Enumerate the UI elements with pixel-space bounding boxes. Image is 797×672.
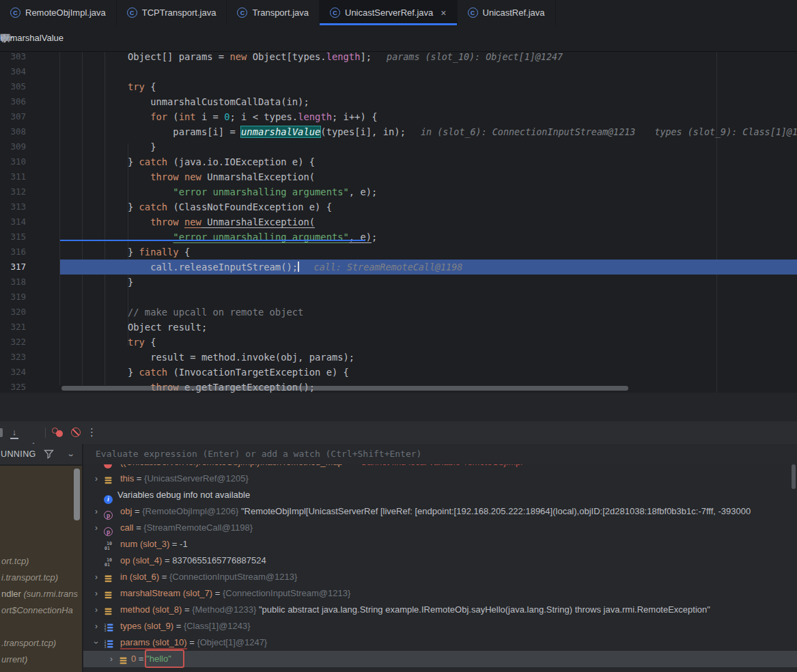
chevron-right-icon[interactable]: › [92,585,101,602]
stack-frame-item[interactable]: .transport.tcp) [1,635,56,652]
code-text: throw new UnmarshalException( [37,169,315,184]
variable-row[interactable]: ›123params (slot_10) = {Object[1]@1247} [83,634,797,651]
tab-unicastref[interactable]: C UnicastRef.java [458,0,556,25]
variable-row[interactable]: 1001op (slot_4) = 8370655165776887524 [83,552,797,569]
code-line-318[interactable]: 318 } [0,275,797,290]
variable-row[interactable]: ›pobj = {RemoteObjImpl@1206} "RemoteObjI… [83,503,797,520]
horizontal-scrollbar[interactable] [61,386,628,391]
watch-error-message: Cannot find local variable 'remoteObjImp… [361,464,525,467]
code-line-315[interactable]: 315 "error unmarshalling arguments", e); [0,229,797,244]
view-breakpoints-icon[interactable] [52,427,66,438]
code-line-324[interactable]: 324 } catch (InvocationTargetException e… [0,365,797,380]
code-token: , e); [349,186,378,197]
frames-scrollbar[interactable] [74,468,80,520]
object-icon [119,654,129,664]
stack-frame-item[interactable]: i.transport.tcp) [1,570,58,586]
code-line-322[interactable]: 322 try { [0,335,797,350]
code-line-307[interactable]: 307 for (int i = 0; i < types.length; i+… [0,109,797,124]
evaluate-expression-field[interactable]: Evaluate expression (Enter) or add a wat… [83,444,797,464]
chevron-right-icon[interactable]: › [92,569,101,585]
code-token: } [37,156,139,167]
code-line-317[interactable]: 317 call.releaseInputStream();call: Stre… [0,260,797,275]
object-icon [104,474,114,484]
code-line-323[interactable]: 323 result = method.invoke(obj, params); [0,350,797,365]
stack-frame-item[interactable]: urrent) [1,652,27,668]
variable-row[interactable]: 1001num (slot_3) = -1 [83,536,797,552]
code-text: Object[] params = new Object[types.lengt… [37,52,563,65]
search-more-options-icon[interactable]: ⋮ [0,25,10,51]
variables-panel[interactable]: ((UnicastServerRef)remoteObjImpl).hashTo… [83,464,797,672]
chevron-right-icon[interactable]: › [92,618,101,634]
code-line-319[interactable]: 319 [0,290,797,305]
tab-remoteobjimpl[interactable]: C RemoteObjImpl.java [0,0,117,25]
code-line-308[interactable]: 308 params[i] = unmarshalValue(types[i],… [0,124,797,139]
frame-text: (sun.rmi.trans [24,589,78,599]
stack-frame-item[interactable]: ort.tcp) [1,553,29,570]
code-text: } [37,275,133,290]
line-number: 318 [0,275,26,290]
variable-row[interactable]: ›0 = "hello" [83,651,797,667]
frame-text: urrent) [1,654,27,664]
chevron-right-icon[interactable]: › [92,602,101,618]
frames-filter-icon[interactable] [44,449,54,462]
variable-row[interactable]: ›pcall = {StreamRemoteCall@1198} [83,520,797,536]
code-text: } catch (java.io.IOException e) { [37,154,315,169]
variable-row[interactable]: ›this = {UnicastServerRef@1205} [83,471,797,487]
variables-scrollbar[interactable] [792,464,796,489]
variable-text: call = {StreamRemoteCall@1198} [120,520,253,536]
debug-more-options-icon[interactable]: ⋮ [87,426,97,438]
code-line-311[interactable]: 311 throw new UnmarshalException( [0,169,797,184]
code-line-316[interactable]: 316 } finally { [0,244,797,260]
stack-frame-item[interactable]: ndler (sun.rmi.trans [1,586,78,602]
chevron-right-icon[interactable]: › [92,503,101,520]
chevron-right-icon[interactable]: › [107,651,116,667]
variable-row[interactable]: ›method (slot_8) = {Method@1233} "public… [83,602,797,618]
annotation-red-box [145,649,184,668]
code-line-313[interactable]: 313 } catch (ClassNotFoundException e) { [0,199,797,214]
variable-text: types (slot_9) = {Class[1]@1243} [120,618,251,634]
code-line-305[interactable]: 305 try { [0,79,797,94]
code-token [37,81,128,92]
tab-transport[interactable]: C Transport.java [227,0,320,25]
mute-breakpoints-icon[interactable] [71,428,81,437]
variable-row[interactable]: ›123types (slot_9) = {Class[1]@1243} [83,618,797,634]
code-token: i = [196,111,225,122]
code-line-314[interactable]: 314 throw new UnmarshalException( [0,214,797,229]
variable-name: params (slot_10) [120,637,187,649]
tab-unicastserverref[interactable]: C UnicastServerRef.java × [320,0,458,25]
chevron-down-icon[interactable]: › [88,638,104,647]
variable-name: call [120,522,134,533]
variable-text: marshalStream (slot_7) = {ConnectionInpu… [120,585,350,602]
code-token: call.releaseInputStream(); [37,262,298,272]
watch-row[interactable]: ((UnicastServerRef)remoteObjImpl).hashTo… [83,464,797,471]
line-number: 323 [0,350,26,365]
variable-row[interactable]: ›in (slot_6) = {ConnectionInputStream@12… [83,569,797,585]
code-text: call.releaseInputStream();call: StreamRe… [37,260,462,275]
variable-row[interactable]: ›marshalStream (slot_7) = {ConnectionInp… [83,585,797,602]
code-token: UnmarshalException( [201,216,315,227]
chevron-right-icon[interactable]: › [92,471,101,487]
code-line-304[interactable]: 304 [0,64,797,79]
code-token: } [37,277,133,288]
code-line-309[interactable]: 309 } [0,139,797,154]
info-row[interactable]: iVariables debug info not available [83,487,797,503]
code-token: ]; [360,52,372,62]
code-line-306[interactable]: 306 unmarshalCustomCallData(in); [0,94,797,109]
code-line-321[interactable]: 321 Object result; [0,320,797,335]
frames-panel[interactable]: ort.tcp)i.transport.tcp)ndler (sun.rmi.t… [0,466,82,672]
code-line-320[interactable]: 320 // make upcall on remote object [0,305,797,320]
code-line-310[interactable]: 310 } catch (java.io.IOException e) { [0,154,797,169]
variable-text: method (slot_8) = {Method@1233} "public … [120,602,710,618]
chevron-right-icon[interactable]: › [92,520,101,536]
tab-label: RemoteObjImpl.java [25,8,106,18]
stack-frame-item[interactable]: ort$ConnectionHa [1,602,73,619]
code-line-303[interactable]: 303 Object[] params = new Object[types.l… [0,52,797,64]
code-token: int [179,111,196,122]
threads-dropdown[interactable]: UNNING ⌄ [0,444,82,464]
code-editor[interactable]: 303 Object[] params = new Object[types.l… [0,52,797,393]
close-icon[interactable]: × [441,8,446,18]
equals-sign: = [159,572,169,582]
step-into-icon[interactable]: ↓ [8,427,20,439]
tab-tcptransport[interactable]: C TCPTransport.java [117,0,227,25]
code-line-312[interactable]: 312 "error unmarshalling arguments", e); [0,184,797,199]
